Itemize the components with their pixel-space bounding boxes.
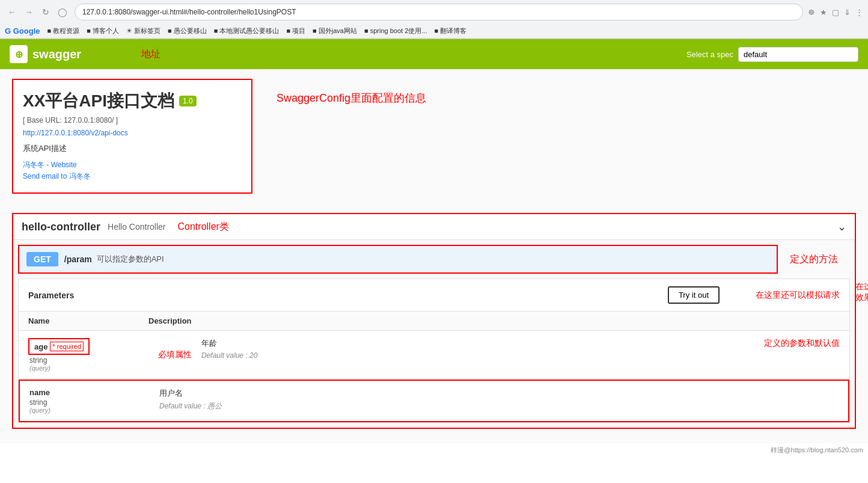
method-container: GET /param 可以指定参数的API 定义的方法 bbox=[18, 245, 850, 274]
param-row-name: name string (query) 用户名 Default value : … bbox=[19, 380, 849, 422]
spec-selector: Select a spec default bbox=[686, 47, 858, 62]
api-description: 系统API描述 bbox=[23, 143, 242, 154]
params-columns: Name Description bbox=[19, 312, 849, 331]
controller-description: Hello Controller bbox=[108, 222, 165, 232]
bookmark-3[interactable]: ☀ 新标签页 bbox=[126, 26, 160, 35]
email-link[interactable]: Send email to 冯冬冬 bbox=[23, 171, 242, 182]
param-name-text: name bbox=[29, 388, 150, 397]
method-description: 可以指定参数的API bbox=[97, 254, 164, 265]
bookmark-icon: ★ bbox=[820, 8, 827, 17]
param-name-default: Default value : 愚公 bbox=[159, 401, 839, 411]
param-name-cn: 用户名 bbox=[159, 388, 839, 399]
method-badge: GET bbox=[26, 252, 58, 266]
right-annotation-line1: 在这里还可以模拟请求 bbox=[756, 290, 840, 301]
website-link[interactable]: 冯冬冬 - Website bbox=[23, 160, 242, 170]
api-links: 冯冬冬 - Website Send email to 冯冬冬 bbox=[23, 160, 242, 182]
def-annotation: 定义的参数和默认值 bbox=[764, 338, 840, 349]
params-header: Parameters Try it out 在这里还可以模拟请求 bbox=[19, 279, 849, 312]
swagger-header: ⊕ swagger 地址 Select a spec default bbox=[0, 39, 868, 69]
try-annotation-block: 在这里还可以模拟请求 效果和postman一样 bbox=[855, 281, 868, 303]
swagger-logo: ⊕ swagger bbox=[10, 45, 81, 63]
col-name-header: Name bbox=[28, 316, 148, 325]
try-it-out-button[interactable]: Try it out bbox=[668, 286, 720, 304]
col-description-header: Description bbox=[148, 316, 840, 325]
bookmark-7[interactable]: ■ 国外java网站 bbox=[313, 26, 357, 35]
bookmark-9[interactable]: ■ 翻译博客 bbox=[434, 26, 466, 35]
swagger-icon: ⊕ bbox=[10, 45, 28, 63]
info-row: XX平台API接口文档 1.0 [ Base URL: 127.0.0.1:80… bbox=[12, 79, 856, 203]
forward-button[interactable]: → bbox=[22, 5, 36, 19]
bookmark-4[interactable]: ■ 愚公要移山 bbox=[168, 26, 207, 35]
right-annotation-1: 在这里还可以模拟请求 bbox=[855, 281, 868, 292]
api-info-box: XX平台API接口文档 1.0 [ Base URL: 127.0.0.1:80… bbox=[12, 79, 252, 194]
param-age-required-box: age * required bbox=[28, 338, 90, 355]
download-icon: ⇓ bbox=[844, 8, 851, 17]
bookmarks-bar: G Google ■ 教程资源 ■ 博客个人 ☀ 新标签页 ■ 愚公要移山 ■ … bbox=[0, 24, 868, 38]
controller-chevron[interactable]: ⌄ bbox=[837, 220, 846, 233]
browser-toolbar: ← → ↻ ◯ ☸ ★ ▢ ⇓ ⋮ bbox=[0, 0, 868, 24]
translate-icon: ☸ bbox=[808, 8, 815, 17]
param-age-desc-cell: 年龄 Default value : 20 bbox=[201, 338, 754, 360]
param-age-cn-name: 年龄 bbox=[201, 338, 754, 349]
spec-label: Select a spec bbox=[686, 50, 733, 59]
controller-name: hello-controller bbox=[22, 221, 100, 233]
swagger-title: swagger bbox=[32, 48, 81, 61]
param-age-name-cell: age * required string (query) bbox=[28, 338, 148, 372]
bookmark-2[interactable]: ■ 博客个人 bbox=[87, 26, 119, 35]
home-button[interactable]: ◯ bbox=[55, 5, 70, 19]
watermark: 样漫@https://blog.ntan520.com bbox=[0, 443, 868, 457]
required-label: 必填属性 bbox=[158, 349, 192, 360]
address-bar[interactable] bbox=[75, 4, 803, 20]
method-path: /param bbox=[64, 254, 92, 264]
nav-buttons: ← → ↻ ◯ bbox=[5, 5, 70, 19]
api-docs-link[interactable]: http://127.0.0.1:8080/v2/api-docs bbox=[23, 129, 128, 137]
right-annotation-2: 效果和postman一样 bbox=[855, 292, 868, 303]
param-age-location: (query) bbox=[29, 365, 50, 372]
bookmark-6[interactable]: ■ 项目 bbox=[286, 26, 305, 35]
swagger-config-annotation: SwaggerConfig里面配置的信息 bbox=[277, 91, 426, 105]
param-name-cell: name string (query) bbox=[29, 388, 150, 414]
param-age-name: age bbox=[34, 342, 47, 351]
param-row-age: age * required string (query) 必填属性 年龄 De… bbox=[19, 331, 849, 380]
param-name-location: (query) bbox=[29, 407, 150, 414]
base-url: [ Base URL: 127.0.0.1:8080/ ] bbox=[23, 116, 242, 125]
address-label: 地址 bbox=[141, 48, 160, 61]
browser-chrome: ← → ↻ ◯ ☸ ★ ▢ ⇓ ⋮ G Google ■ 教程资源 ■ 博客个人… bbox=[0, 0, 868, 39]
bookmark-1[interactable]: ■ 教程资源 bbox=[47, 26, 80, 35]
menu-icon: ⋮ bbox=[855, 8, 863, 17]
refresh-button[interactable]: ↻ bbox=[38, 5, 53, 19]
api-title-text: XX平台API接口文档 bbox=[23, 90, 174, 112]
param-age-type: string bbox=[29, 356, 47, 365]
controller-section: hello-controller Hello Controller Contro… bbox=[12, 213, 856, 429]
bookmark-google[interactable]: G Google bbox=[5, 26, 40, 35]
main-content: XX平台API接口文档 1.0 [ Base URL: 127.0.0.1:80… bbox=[0, 69, 868, 443]
param-age-default: Default value : 20 bbox=[201, 351, 754, 360]
version-badge: 1.0 bbox=[179, 96, 197, 106]
back-button[interactable]: ← bbox=[5, 5, 19, 19]
params-title: Parameters bbox=[28, 291, 74, 300]
method-row: GET /param 可以指定参数的API bbox=[18, 245, 778, 274]
api-title: XX平台API接口文档 1.0 bbox=[23, 90, 242, 112]
profile-icon: ▢ bbox=[832, 8, 839, 17]
spec-select[interactable]: default bbox=[738, 47, 858, 62]
controller-annotation-inline: Controller类 bbox=[178, 221, 229, 233]
params-section: Parameters Try it out 在这里还可以模拟请求 在这里还可以模… bbox=[18, 278, 850, 423]
param-name-desc-cell: 用户名 Default value : 愚公 bbox=[159, 388, 839, 411]
method-annotation: 定义的方法 bbox=[778, 247, 850, 272]
bookmark-5[interactable]: ■ 本地测试愚公要移山 bbox=[214, 26, 280, 35]
controller-header: hello-controller Hello Controller Contro… bbox=[13, 214, 855, 240]
bookmark-8[interactable]: ■ spring boot 2使用... bbox=[364, 26, 427, 35]
required-badge-age: * required bbox=[50, 342, 84, 351]
param-name-type: string bbox=[29, 398, 150, 407]
browser-icons: ☸ ★ ▢ ⇓ ⋮ bbox=[808, 8, 863, 17]
